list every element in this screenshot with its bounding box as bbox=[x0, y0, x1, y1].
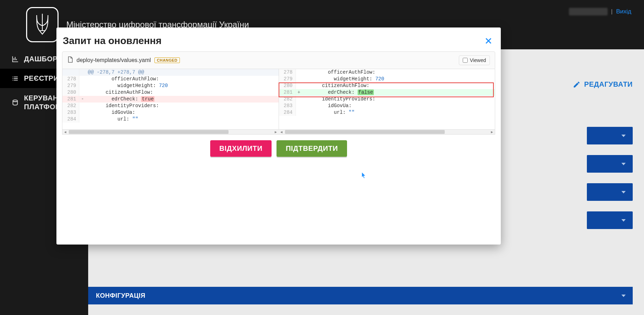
diff-row: 281- edrCheck: true bbox=[62, 96, 279, 103]
scrollbar-thumb[interactable] bbox=[285, 130, 445, 134]
close-icon bbox=[485, 37, 492, 44]
modal-title: Запит на оновлення bbox=[63, 35, 162, 47]
userbox: | Вихід bbox=[569, 8, 631, 16]
diff-row: 279 widgetHeight: 720 bbox=[279, 76, 495, 82]
diff-file-header: deploy-templates/values.yaml CHANGED Vie… bbox=[62, 51, 495, 69]
diff-row: 281+ edrCheck: false bbox=[279, 89, 495, 96]
diff-row: @@ -278,7 +278,7 @@ bbox=[62, 69, 279, 76]
diff-sign bbox=[296, 82, 302, 89]
trident-icon bbox=[33, 13, 51, 36]
accordion-item[interactable] bbox=[587, 155, 633, 173]
scroll-left-arrow[interactable]: ◄ bbox=[62, 130, 68, 134]
changed-badge: CHANGED bbox=[154, 57, 180, 63]
code-content: widgetHeight: 720 bbox=[86, 82, 279, 89]
diff-row: 278 officerAuthFlow: bbox=[279, 69, 495, 76]
code-content: identityProviders: bbox=[86, 103, 279, 109]
code-content: widgetHeight: 720 bbox=[302, 76, 495, 82]
diff-row: 282 identityProviders: bbox=[279, 96, 495, 103]
code-content: officerAuthFlow: bbox=[86, 76, 279, 82]
diff-sign bbox=[79, 76, 86, 82]
diff-pane-left: @@ -278,7 +278,7 @@278 officerAuthFlow:2… bbox=[62, 69, 279, 129]
diff-sign bbox=[79, 82, 86, 89]
scrollbar-track-left[interactable] bbox=[68, 130, 273, 134]
modal-close-button[interactable] bbox=[484, 36, 493, 45]
line-number: 280 bbox=[62, 89, 79, 96]
line-number: 281 bbox=[279, 89, 296, 96]
update-request-modal: Запит на оновлення deploy-templates/valu… bbox=[56, 27, 501, 245]
chevron-down-icon bbox=[621, 163, 626, 165]
accordion-item[interactable] bbox=[587, 127, 633, 144]
edit-button[interactable]: РЕДАГУВАТИ bbox=[573, 80, 633, 88]
emblem-logo bbox=[26, 7, 59, 42]
diff-sign bbox=[296, 76, 302, 82]
config-accordion[interactable]: КОНФІГУРАЦІЯ bbox=[88, 287, 633, 304]
code-content: url: "" bbox=[86, 116, 279, 123]
diff-row: 282 identityProviders: bbox=[62, 103, 279, 109]
scroll-right-arrow[interactable]: ► bbox=[489, 130, 495, 134]
chevron-down-icon bbox=[621, 219, 626, 222]
edit-label: РЕДАГУВАТИ bbox=[584, 80, 633, 88]
chevron-down-icon bbox=[621, 191, 626, 193]
diff-sign bbox=[296, 103, 302, 109]
diff-sign: + bbox=[296, 89, 302, 96]
line-number: 281 bbox=[62, 96, 79, 103]
diff-sign bbox=[79, 109, 86, 116]
code-content: citizenAuthFlow: bbox=[302, 82, 495, 89]
viewed-toggle[interactable]: Viewed bbox=[459, 55, 490, 65]
file-path: deploy-templates/values.yaml bbox=[77, 57, 151, 63]
database-icon bbox=[11, 99, 19, 106]
diff-sign bbox=[79, 89, 86, 96]
line-number: 284 bbox=[62, 116, 79, 123]
modal-actions: ВІДХИЛИТИ ПІДТВЕРДИТИ bbox=[62, 140, 495, 157]
code-content: idGovUa: bbox=[86, 109, 279, 116]
username-blurred bbox=[569, 8, 608, 16]
code-content: officerAuthFlow: bbox=[302, 69, 495, 76]
modal-header: Запит на оновлення bbox=[62, 34, 495, 51]
line-number: 278 bbox=[62, 76, 79, 82]
diff-sign bbox=[79, 116, 86, 123]
line-number: 278 bbox=[279, 69, 296, 76]
diff-row: 280 citizenAuthFlow: bbox=[279, 82, 495, 89]
diff-row: 279 widgetHeight: 720 bbox=[62, 82, 279, 89]
diff-row: 278 officerAuthFlow: bbox=[62, 76, 279, 82]
separator: | bbox=[611, 8, 613, 15]
approve-button[interactable]: ПІДТВЕРДИТИ bbox=[277, 140, 347, 157]
scrollbar-track-right[interactable] bbox=[284, 130, 489, 134]
code-content: edrCheck: false bbox=[302, 89, 495, 96]
chart-icon bbox=[11, 55, 19, 63]
line-number bbox=[62, 69, 79, 76]
diff-sign bbox=[296, 109, 302, 116]
line-number: 283 bbox=[279, 103, 296, 109]
line-number: 279 bbox=[279, 76, 296, 82]
diff-row: 284 url: "" bbox=[62, 116, 279, 123]
line-number: 284 bbox=[279, 109, 296, 116]
diff-sign bbox=[79, 69, 86, 76]
cursor-pointer-icon bbox=[360, 172, 366, 180]
code-content: citizenAuthFlow: bbox=[86, 89, 279, 96]
diff-sign bbox=[296, 69, 302, 76]
diff-sign bbox=[296, 96, 302, 103]
code-content: url: "" bbox=[302, 109, 495, 116]
diff-row: 284 url: "" bbox=[279, 109, 495, 116]
scroll-right-arrow[interactable]: ► bbox=[273, 130, 279, 134]
reject-button[interactable]: ВІДХИЛИТИ bbox=[210, 140, 272, 157]
app-root: Міністерство цифрової трансформації Укра… bbox=[0, 0, 644, 315]
logout-link[interactable]: Вихід bbox=[616, 8, 631, 15]
accordion-item[interactable] bbox=[587, 211, 633, 229]
diff-viewer: @@ -278,7 +278,7 @@278 officerAuthFlow:2… bbox=[62, 69, 495, 130]
diff-sign: - bbox=[79, 96, 86, 103]
scrollbar-thumb[interactable] bbox=[69, 130, 229, 134]
diff-scrollbars: ◄ ► ◄ ► bbox=[62, 130, 495, 135]
diff-row: 280 citizenAuthFlow: bbox=[62, 89, 279, 96]
sidebar-item-label: РЕЄСТРИ bbox=[24, 74, 59, 82]
code-content: identityProviders: bbox=[302, 96, 495, 103]
config-label: КОНФІГУРАЦІЯ bbox=[96, 292, 145, 299]
diff-row: 283 idGovUa: bbox=[279, 103, 495, 109]
line-number: 280 bbox=[279, 82, 296, 89]
accordion-item[interactable] bbox=[587, 183, 633, 201]
viewed-checkbox[interactable] bbox=[463, 58, 468, 63]
line-number: 282 bbox=[279, 96, 296, 103]
chevron-down-icon bbox=[621, 295, 626, 297]
viewed-label: Viewed bbox=[470, 57, 486, 63]
scroll-left-arrow[interactable]: ◄ bbox=[279, 130, 284, 134]
